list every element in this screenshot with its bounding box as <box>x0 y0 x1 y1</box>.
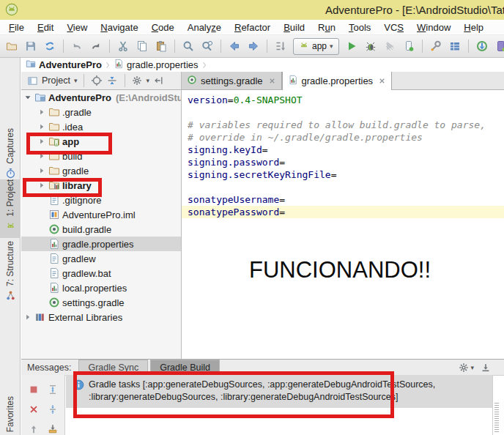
back-button[interactable] <box>226 37 243 55</box>
project-view-selector[interactable]: Project <box>42 75 70 86</box>
tree-item--gradle[interactable]: .gradle <box>21 105 181 119</box>
menu-tools[interactable]: Tools <box>342 22 377 33</box>
expand-arrow-icon[interactable] <box>23 313 32 321</box>
expand-arrow-icon[interactable] <box>37 108 46 116</box>
close-tab-icon[interactable] <box>268 77 276 85</box>
gradle-sync-button[interactable] <box>473 37 491 55</box>
editor-line[interactable]: # variables required to allow build.grad… <box>182 119 504 131</box>
tree-item-local-properties[interactable]: local.properties <box>21 280 181 295</box>
menu-view[interactable]: View <box>60 22 94 33</box>
wrench-button[interactable] <box>427 37 445 55</box>
close-red-button[interactable] <box>29 404 39 414</box>
tree-item-external-libraries[interactable]: External Libraries <box>21 310 181 324</box>
close-tab-icon[interactable] <box>378 77 386 85</box>
tool-window-tab-project[interactable]: 1: Project <box>0 179 21 238</box>
editor-line[interactable] <box>182 106 504 119</box>
paste-button[interactable] <box>152 37 170 55</box>
tool-window-tab-structure[interactable]: 7: Structure <box>0 241 21 316</box>
editor-tab-settings-gradle[interactable]: settings.gradle <box>182 72 282 89</box>
stop-button[interactable] <box>29 384 39 395</box>
tree-item-adventurepro[interactable]: AdventurePro(E:\AndroidStu <box>21 90 181 105</box>
editor-line[interactable]: signing.password= <box>182 156 504 168</box>
replace-button[interactable] <box>199 37 216 55</box>
expand-arrow-icon[interactable] <box>37 181 46 190</box>
editor-line[interactable]: signing.secretKeyRingFile= <box>182 168 504 181</box>
menu-edit[interactable]: Edit <box>31 22 60 33</box>
copy-button[interactable] <box>133 37 151 55</box>
expand-arrow-icon[interactable] <box>37 137 46 146</box>
redo-button[interactable] <box>87 37 105 55</box>
tree-item-app[interactable]: app <box>21 134 181 149</box>
tree-item-settings-gradle[interactable]: settings.gradle <box>21 295 181 310</box>
debug-button[interactable] <box>362 37 379 55</box>
menu-run[interactable]: Run <box>311 22 342 33</box>
tree-item-gradle-properties[interactable]: gradle.properties <box>21 237 181 251</box>
sort-button[interactable] <box>272 37 289 55</box>
tool-window-tab-captures[interactable]: Captures <box>0 128 21 175</box>
editor-line[interactable]: sonatypeUsername= <box>182 193 504 206</box>
menu-build[interactable]: Build <box>277 22 311 33</box>
tree-item--idea[interactable]: .idea <box>21 119 181 134</box>
breadcrumb-item-gradle-properties[interactable]: gradle.properties <box>114 59 199 71</box>
editor-line[interactable]: version=0.4-SNAPSHOT <box>182 94 504 106</box>
avd-button[interactable] <box>492 37 504 55</box>
tree-item-library[interactable]: library <box>21 178 181 193</box>
editor-line[interactable]: # override in ~/.gradle/gradle.propertie… <box>182 131 504 144</box>
collapse-all-button[interactable] <box>106 75 118 86</box>
messages-tab-gradle-build[interactable]: Gradle Build <box>150 360 220 375</box>
up-button[interactable] <box>29 424 39 434</box>
menu-window[interactable]: Window <box>410 22 457 33</box>
save-button[interactable] <box>22 37 40 55</box>
collapse-all-button[interactable] <box>48 404 58 414</box>
expand-arrow-icon[interactable] <box>37 122 46 131</box>
tree-item-build-gradle[interactable]: build.gradle <box>21 222 181 237</box>
editor[interactable]: version=0.4-SNAPSHOT# variables required… <box>182 90 504 359</box>
open-folder-button[interactable] <box>3 37 21 55</box>
menu-vcs[interactable]: VCS <box>377 22 410 33</box>
tree-item-gradlew[interactable]: gradlew <box>21 251 181 266</box>
editor-line[interactable]: sonatypePassword= <box>182 206 504 218</box>
messages-toolbar <box>21 375 65 435</box>
messages-tab-gradle-sync[interactable]: Gradle Sync <box>78 360 148 375</box>
collapse-arrow-icon[interactable] <box>23 93 32 102</box>
expand-all-button[interactable] <box>48 384 58 395</box>
scroll-to-source-button[interactable] <box>91 75 103 86</box>
messages-scrollbar[interactable] <box>492 375 500 435</box>
menu-code[interactable]: Code <box>145 22 181 33</box>
run-config-combo[interactable]: app▾ <box>293 38 339 55</box>
tree-item-adventurepro-iml[interactable]: AdventurePro.iml <box>21 207 181 222</box>
dock-panel-button[interactable] <box>481 362 491 373</box>
tree-item-build[interactable]: build <box>21 149 181 163</box>
breadcrumb-item-adventurepro[interactable]: AdventurePro <box>26 59 102 71</box>
tree-item--gitignore[interactable]: .gitignore <box>21 193 181 207</box>
tree-item-gradle[interactable]: gradle <box>21 163 181 178</box>
run-button[interactable] <box>343 37 360 55</box>
tool-window-tab-favorites[interactable]: 2: Favorites <box>0 396 21 435</box>
editor-line[interactable] <box>182 181 504 193</box>
menu-refactor[interactable]: Refactor <box>228 22 277 33</box>
forward-button[interactable] <box>245 37 262 55</box>
attach-button[interactable] <box>400 37 418 55</box>
menu-navigate[interactable]: Navigate <box>94 22 144 33</box>
menu-analyze[interactable]: Analyze <box>181 22 228 33</box>
hide-panel-button[interactable] <box>153 75 163 86</box>
expand-arrow-icon[interactable] <box>37 152 46 160</box>
messages-settings-button[interactable] <box>459 362 469 373</box>
editor-tab-gradle-properties[interactable]: gradle.properties <box>282 72 393 90</box>
undo-button[interactable] <box>68 37 86 55</box>
menu-help[interactable]: Help <box>457 22 490 33</box>
export-button[interactable] <box>48 424 58 434</box>
menu-file[interactable]: File <box>2 22 31 33</box>
text-file-icon <box>48 253 60 264</box>
sync-button[interactable] <box>41 37 59 55</box>
editor-line[interactable]: signing.keyId= <box>182 144 504 156</box>
scrollbar-thumb[interactable] <box>494 403 499 434</box>
expand-arrow-icon[interactable] <box>37 166 46 175</box>
panel-settings-button[interactable] <box>132 75 142 86</box>
tree-item-gradlew-bat[interactable]: gradlew.bat <box>21 266 181 280</box>
modules-button[interactable] <box>446 37 464 55</box>
cut-button[interactable] <box>114 37 132 55</box>
find-button[interactable] <box>179 37 197 55</box>
coverage-button[interactable] <box>381 37 399 55</box>
gradle-tasks-message[interactable]: Gradle tasks [:app:generateDebugSources,… <box>66 375 492 408</box>
